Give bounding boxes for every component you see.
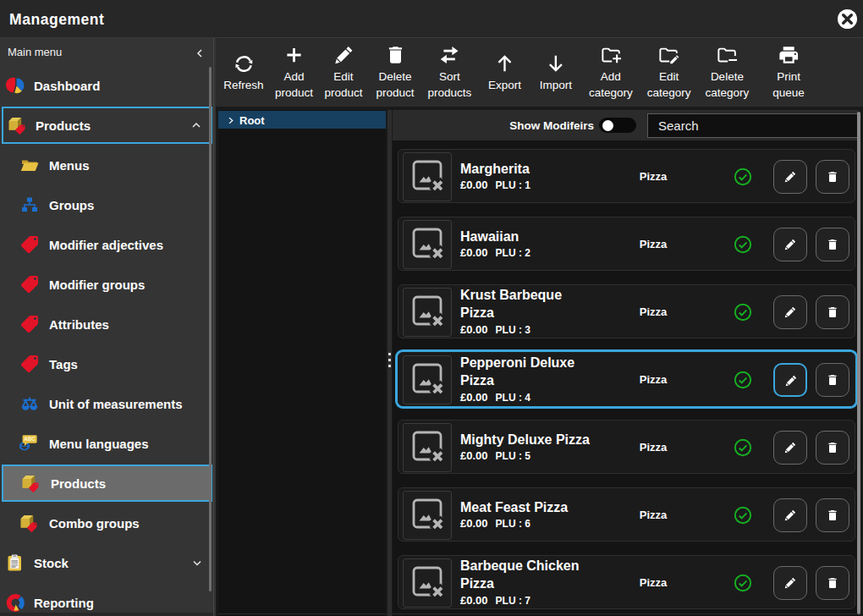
svg-text:ABC: ABC [24,437,36,443]
